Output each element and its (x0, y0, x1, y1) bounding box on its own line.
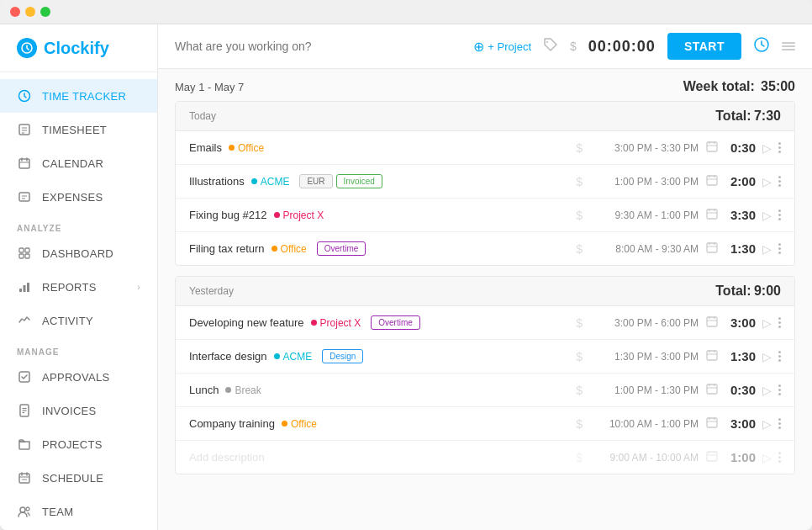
more-icon[interactable] (778, 317, 781, 328)
entry-time-range: 1:00 PM - 1:30 PM (589, 384, 699, 396)
entry-duration: 3:00 (725, 315, 756, 330)
minimize-button[interactable] (25, 7, 35, 17)
calendar-icon[interactable] (705, 382, 719, 398)
svg-rect-18 (24, 285, 26, 292)
svg-rect-10 (19, 193, 29, 201)
play-icon[interactable]: ▷ (762, 316, 772, 330)
sidebar-item-label: EXPENSES (42, 191, 103, 204)
today-total: Total: 7:30 (715, 109, 781, 124)
play-icon[interactable]: ▷ (762, 350, 772, 363)
svg-rect-17 (19, 289, 22, 292)
maximize-button[interactable] (40, 7, 50, 17)
week-total-label: Week total: (683, 79, 755, 93)
more-icon[interactable] (778, 142, 781, 153)
sidebar-item-projects[interactable]: PROJECTS (0, 427, 157, 461)
search-input[interactable] (175, 40, 463, 53)
menu-icon[interactable] (782, 42, 795, 50)
calendar-icon[interactable] (705, 416, 719, 432)
calendar-icon[interactable] (705, 449, 719, 465)
play-icon[interactable]: ▷ (762, 141, 772, 155)
project-button[interactable]: ⊕ + Project (473, 39, 531, 55)
entry-name: Lunch (189, 384, 219, 396)
sidebar-item-expenses[interactable]: EXPENSES (0, 180, 157, 214)
chevron-right-icon: › (137, 283, 140, 292)
sidebar-item-activity[interactable]: ACTIVITY (0, 304, 157, 337)
timesheet-icon (17, 122, 32, 137)
billable-icon[interactable]: $ (576, 242, 583, 256)
yesterday-header: Yesterday Total: 9:00 (176, 277, 794, 306)
billable-icon[interactable]: $ (576, 141, 583, 155)
project-name: Office (291, 418, 317, 430)
history-clock-icon[interactable] (753, 36, 770, 57)
play-icon[interactable]: ▷ (762, 175, 772, 188)
svg-rect-54 (707, 351, 717, 360)
entry-project: ACME (251, 176, 290, 188)
start-button[interactable]: START (667, 33, 741, 60)
calendar-icon[interactable] (705, 207, 719, 223)
play-icon[interactable]: ▷ (762, 417, 772, 431)
play-icon[interactable]: ▷ (762, 451, 772, 464)
sidebar-item-dashboard[interactable]: DASHBOARD (0, 236, 157, 270)
today-label: Today (189, 110, 216, 122)
billable-icon[interactable]: $ (576, 384, 583, 397)
more-icon[interactable] (778, 243, 781, 254)
more-icon[interactable] (778, 176, 781, 187)
entry-project: Project X (311, 317, 361, 329)
svg-point-31 (26, 507, 29, 511)
close-button[interactable] (10, 7, 20, 17)
sidebar-item-schedule[interactable]: SCHEDULE (0, 461, 157, 495)
topbar: ⊕ + Project $ 00:00:00 START (158, 24, 812, 69)
entry-row: Interface design ACME Design $ 1:30 PM -… (176, 340, 794, 374)
sidebar-item-calendar[interactable]: CALENDAR (0, 146, 157, 180)
sidebar-item-timesheet[interactable]: TIMESHEET (0, 113, 157, 146)
billable-icon[interactable]: $ (576, 175, 583, 188)
calendar-icon[interactable] (705, 315, 719, 331)
more-icon[interactable] (778, 209, 781, 220)
add-entry-description: Add description (189, 451, 569, 464)
entry-name: Interface design (189, 350, 267, 363)
week-header: May 1 - May 7 Week total: 35:00 (175, 69, 795, 101)
clock-icon (17, 88, 32, 103)
entry-duration: 1:30 (725, 349, 756, 363)
play-icon[interactable]: ▷ (762, 384, 772, 397)
sidebar: Clockify TIME TRACKER (0, 24, 158, 530)
billable-icon[interactable]: $ (576, 451, 583, 464)
dashboard-icon (17, 246, 32, 261)
more-icon[interactable] (778, 418, 781, 429)
team-icon (17, 504, 32, 519)
play-icon[interactable]: ▷ (762, 242, 772, 256)
calendar-icon[interactable] (705, 140, 719, 156)
entry-description: Lunch Break (189, 384, 569, 396)
today-header: Today Total: 7:30 (176, 102, 794, 131)
add-entry-placeholder[interactable]: Add description (189, 451, 265, 464)
tag-icon[interactable] (543, 37, 558, 56)
entry-project: Project X (274, 209, 324, 221)
billable-icon[interactable]: $ (576, 350, 583, 363)
more-icon[interactable] (778, 452, 781, 463)
calendar-icon[interactable] (705, 348, 719, 364)
calendar-icon[interactable] (705, 241, 719, 257)
svg-rect-46 (707, 243, 717, 252)
entry-name: Emails (189, 141, 222, 154)
entry-row: Emails Office $ 3:00 PM - 3:30 PM 0:30 (176, 131, 794, 165)
sidebar-item-time-tracker[interactable]: TIME TRACKER (0, 79, 157, 113)
billable-icon[interactable]: $ (576, 209, 583, 222)
manage-section-label: MANAGE (0, 337, 157, 360)
more-icon[interactable] (778, 351, 781, 362)
sidebar-item-label: CALENDAR (42, 157, 103, 170)
more-icon[interactable] (778, 384, 781, 395)
play-icon[interactable]: ▷ (762, 209, 772, 222)
sidebar-item-team[interactable]: TEAM (0, 495, 157, 528)
svg-rect-19 (27, 283, 29, 292)
calendar-icon[interactable] (705, 173, 719, 189)
sidebar-item-invoices[interactable]: INVOICES (0, 394, 157, 427)
billable-icon[interactable]: $ (576, 417, 583, 431)
sidebar-item-reports[interactable]: REPORTS › (0, 270, 157, 304)
week-total-value: 35:00 (761, 79, 795, 93)
project-dot (225, 387, 231, 393)
entry-row: Company training Office $ 10:00 AM - 1:0… (176, 407, 794, 441)
dollar-icon[interactable]: $ (570, 40, 577, 53)
sidebar-item-approvals[interactable]: APPROVALS (0, 360, 157, 394)
billable-icon[interactable]: $ (576, 316, 583, 330)
entry-description: Developing new feature Project X Overtim… (189, 315, 569, 330)
